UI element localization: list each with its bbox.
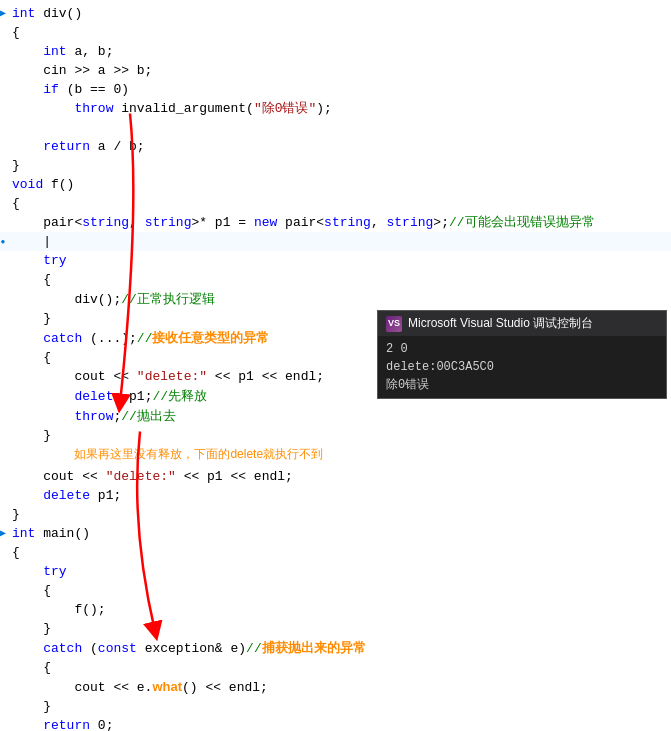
- line-content-27: }: [6, 505, 671, 524]
- code-line-36: cout << e.what() << endl;: [0, 677, 671, 697]
- code-line-34: catch (const exception& e)//捕获抛出来的异常: [0, 638, 671, 658]
- code-line-22: throw;//抛出去: [0, 406, 671, 426]
- code-line-38: return 0;: [0, 716, 671, 731]
- console-line-1: 2 0: [386, 340, 658, 358]
- code-line-23: }: [0, 426, 671, 445]
- code-line-3: int a, b;: [0, 42, 671, 61]
- line-content-9: }: [6, 156, 671, 175]
- line-content-15: {: [6, 270, 671, 289]
- code-line-7: [0, 118, 671, 137]
- code-line-4: cin >> a >> b;: [0, 61, 671, 80]
- line-content-5: if (b == 0): [6, 80, 671, 99]
- line-content-31: {: [6, 581, 671, 600]
- console-title-bar: VS Microsoft Visual Studio 调试控制台: [378, 311, 666, 336]
- code-line-28: ▶ int main(): [0, 524, 671, 543]
- line-content-13: |: [6, 232, 671, 251]
- line-content-24: 如果再这里没有释放，下面的delete就执行不到: [6, 445, 671, 464]
- code-line-31: {: [0, 581, 671, 600]
- code-line-8: return a / b;: [0, 137, 671, 156]
- line-content-26: delete p1;: [6, 486, 671, 505]
- code-line-11: {: [0, 194, 671, 213]
- code-line-37: }: [0, 697, 671, 716]
- line-content-33: }: [6, 619, 671, 638]
- code-line-33: }: [0, 619, 671, 638]
- code-editor: ▶ int div() { int a, b; cin >> a >> b; i…: [0, 0, 671, 731]
- line-content-28: int main(): [6, 524, 671, 543]
- code-line-35: {: [0, 658, 671, 677]
- line-content-12: pair<string, string>* p1 = new pair<stri…: [6, 213, 671, 232]
- code-line-5: if (b == 0): [0, 80, 671, 99]
- console-output: 2 0 delete:00C3A5C0 除0错误: [378, 336, 666, 398]
- line-content-37: }: [6, 697, 671, 716]
- code-line-25: cout << "delete:" << p1 << endl;: [0, 467, 671, 486]
- line-content-1: int div(): [6, 4, 671, 23]
- code-line-2: {: [0, 23, 671, 42]
- code-line-27: }: [0, 505, 671, 524]
- code-line-10: void f(): [0, 175, 671, 194]
- line-content-8: return a / b;: [6, 137, 671, 156]
- line-content-2: {: [6, 23, 671, 42]
- line-content-36: cout << e.what() << endl;: [6, 677, 671, 697]
- line-content-30: try: [6, 562, 671, 581]
- line-content-32: f();: [6, 600, 671, 619]
- code-line-1: ▶ int div(): [0, 4, 671, 23]
- code-line-15: {: [0, 270, 671, 289]
- line-content-6: throw invalid_argument("除0错误");: [6, 99, 671, 118]
- line-content-35: {: [6, 658, 671, 677]
- line-content-23: }: [6, 426, 671, 445]
- console-line-2: delete:00C3A5C0: [386, 358, 658, 376]
- code-line-24: 如果再这里没有释放，下面的delete就执行不到: [0, 445, 671, 467]
- console-window: VS Microsoft Visual Studio 调试控制台 2 0 del…: [377, 310, 667, 399]
- line-content-10: void f(): [6, 175, 671, 194]
- code-line-9: }: [0, 156, 671, 175]
- code-line-30: try: [0, 562, 671, 581]
- code-line-16: div();//正常执行逻辑: [0, 289, 671, 309]
- line-content-25: cout << "delete:" << p1 << endl;: [6, 467, 671, 486]
- line-content-34: catch (const exception& e)//捕获抛出来的异常: [6, 638, 671, 658]
- code-line-26: delete p1;: [0, 486, 671, 505]
- line-content-16: div();//正常执行逻辑: [6, 289, 671, 309]
- line-content-38: return 0;: [6, 716, 671, 731]
- line-content-7: [6, 118, 671, 137]
- code-line-6: throw invalid_argument("除0错误");: [0, 99, 671, 118]
- code-line-12: pair<string, string>* p1 = new pair<stri…: [0, 213, 671, 232]
- line-content-4: cin >> a >> b;: [6, 61, 671, 80]
- code-line-14: try: [0, 251, 671, 270]
- console-title-text: Microsoft Visual Studio 调试控制台: [408, 314, 593, 333]
- line-content-3: int a, b;: [6, 42, 671, 61]
- line-content-11: {: [6, 194, 671, 213]
- line-content-29: {: [6, 543, 671, 562]
- code-line-32: f();: [0, 600, 671, 619]
- line-content-14: try: [6, 251, 671, 270]
- console-line-3: 除0错误: [386, 376, 658, 394]
- code-line-29: {: [0, 543, 671, 562]
- vs-icon: VS: [386, 316, 402, 332]
- code-line-13: ● |: [0, 232, 671, 251]
- line-content-22: throw;//抛出去: [6, 406, 671, 426]
